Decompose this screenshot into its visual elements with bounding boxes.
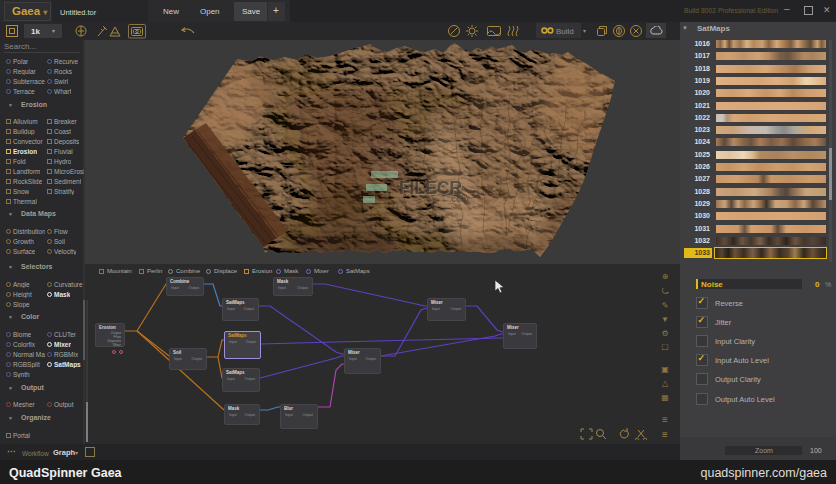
svg-text:.com: .com <box>449 194 469 204</box>
